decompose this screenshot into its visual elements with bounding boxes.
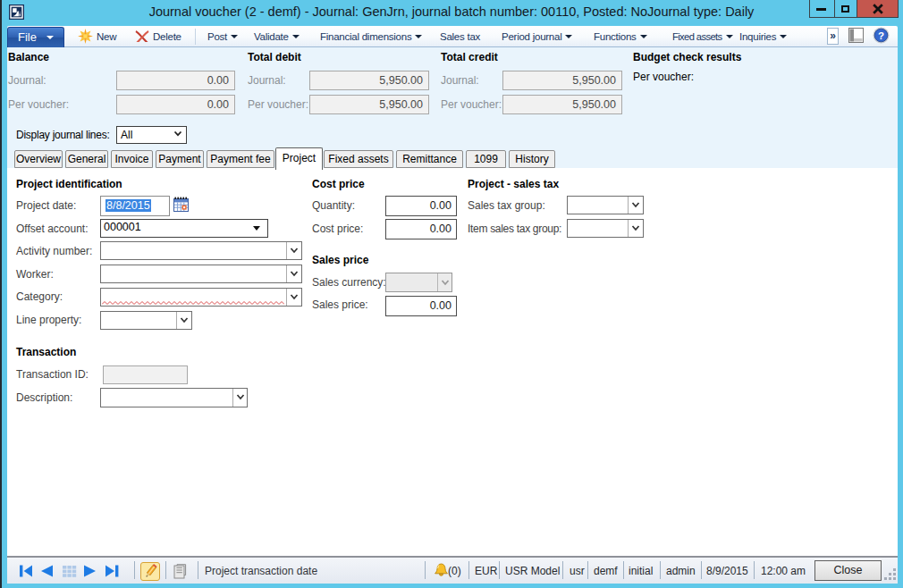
- svg-text:?: ?: [878, 30, 884, 41]
